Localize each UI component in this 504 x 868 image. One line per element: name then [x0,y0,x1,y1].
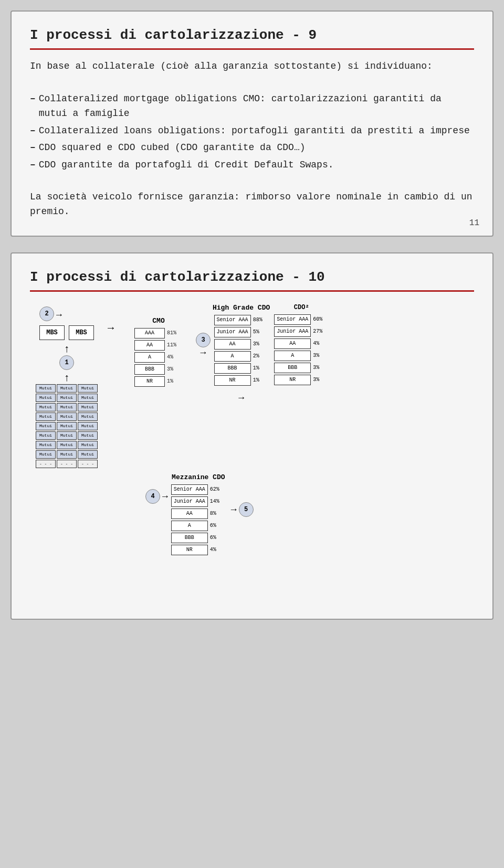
bullet-3-text: CDO squared e CDO cubed (CDO garantite d… [39,141,306,155]
circle-2: 2 [39,306,54,321]
circle-5-area: → 5 [231,502,254,517]
bullet-4: – CDO garantite da portafogli di Credit … [30,158,474,173]
mez-row-1: Junior AAA 14% [171,496,226,507]
slide-1-closing: La società veicolo fornisce garanzia: ri… [30,190,474,219]
cdo2-row-5: NR 3% [274,375,329,385]
cmo-row-0: AAA 81% [134,328,183,338]
hg-row-0: Senior AAA 88% [214,315,269,325]
arrow-to-cmo: → [108,322,114,334]
cdo2-row-4: BBB 3% [274,363,329,373]
hg-row-4: BBB 1% [214,363,269,374]
circle-3-area: 3 → [196,333,211,358]
mez-row-2: AA 8% [171,509,226,519]
bullet-2-text: Collateralized loans obligations: portaf… [39,124,470,139]
bullet-2: – Collateralized loans obligations: port… [30,124,474,139]
mbs-box-2: MBS [69,325,94,340]
bullet-3: – CDO squared e CDO cubed (CDO garantite… [30,141,474,155]
cmo-row-3: BBB 3% [134,364,183,375]
circle-4: 4 [145,489,160,504]
section-hg: High Grade CDO Senior AAA 88% Junior AAA… [213,304,270,403]
bullet-4-text: CDO garantite da portafogli di Credit De… [39,158,334,173]
hg-row-5: NR 1% [214,375,269,386]
cmo-row-4: NR 1% [134,376,183,387]
mbs-box-1: MBS [39,325,65,340]
dash-1: – [30,92,36,107]
slide-1-title: I processi di cartolarizzazione - 9 [30,27,474,43]
dash-2: – [30,124,36,139]
cdo2-row-3: A 3% [274,351,329,361]
slide-1: I processi di cartolarizzazione - 9 In b… [10,10,494,237]
cdo2-row-1: Junior AAA 27% [274,326,329,337]
mutui-grid: Mutui Mutui Mutui Mutui Mutui Mutui Mutu… [36,384,98,468]
hg-row-1: Junior AAA 5% [214,327,269,337]
mez-row-4: BBB 6% [171,533,226,543]
circle-3: 3 [196,333,211,347]
section-mezzanine: Mezzanine CDO Senior AAA 62% Junior AAA … [171,473,226,557]
cdo2-row-2: AA 4% [274,338,329,349]
dash-3: – [30,141,36,155]
bullet-1: – Collateralized mortgage obligations CM… [30,92,474,121]
circle-4-area: 4 → [145,489,168,504]
mbs-row: MBS MBS [39,325,94,340]
slide-1-number: 11 [469,218,479,228]
cmo-row-1: AA 11% [134,340,183,351]
slide-1-intro: In base al collaterale (cioè alla garanz… [30,59,474,74]
slide-2: I processi di cartolarizzazione - 10 2 →… [10,252,494,620]
cmo-row-2: A 4% [134,352,183,363]
section-cmo: CMO AAA 81% AA 11% A 4% BBB 3% [124,317,193,388]
diagram-wrapper: 2 → MBS MBS ↑ 1 ↑ Mutui Mutui Mutui Mutu… [30,301,474,557]
slide-1-underline [30,48,474,50]
hg-title: High Grade CDO [213,304,270,312]
cdo2-row-0: Senior AAA 60% [274,314,329,325]
cmo-title: CMO [152,317,164,325]
slide-2-title: I processi di cartolarizzazione - 10 [30,269,474,285]
circle-1: 1 [59,355,74,370]
section-left: 2 → MBS MBS ↑ 1 ↑ Mutui Mutui Mutui Mutu… [30,306,103,468]
bullet-1-text: Collateralized mortgage obligations CMO:… [39,92,474,121]
cdo2-title: CDO² [294,304,309,311]
slide-2-underline [30,290,474,292]
hg-row-2: AA 3% [214,339,269,350]
hg-to-cdo2-arrow: → [238,393,244,403]
slide-1-body: In base al collaterale (cioè alla garanz… [30,59,474,219]
mez-row-3: A 6% [171,521,226,531]
dash-4: – [30,158,36,173]
mez-title: Mezzanine CDO [172,473,225,481]
hg-row-3: A 2% [214,351,269,362]
mez-row-5: NR 4% [171,545,226,555]
section-cdo2: CDO² Senior AAA 60% Junior AAA 27% AA 4%… [274,304,329,387]
circle-5: 5 [239,502,254,517]
mez-row-0: Senior AAA 62% [171,484,226,495]
